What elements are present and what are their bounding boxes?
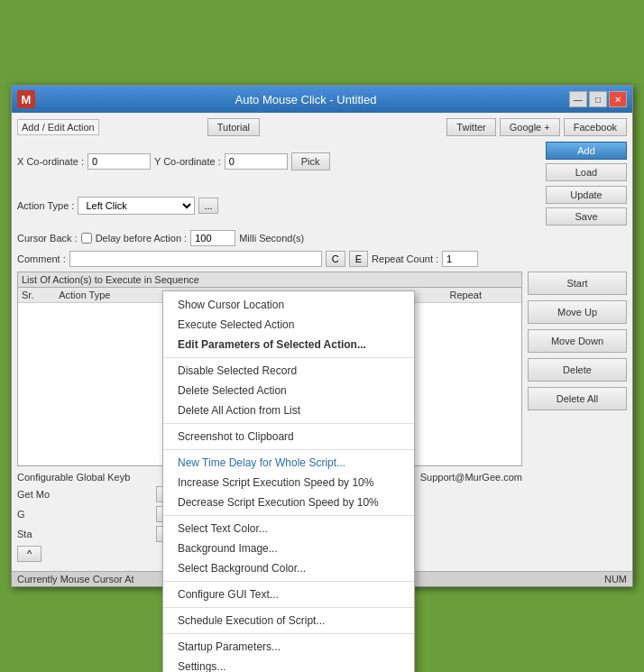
- menu-separator: [163, 449, 414, 450]
- delay-label: Delay before Action :: [96, 233, 188, 244]
- status-left: Currently Mouse Cursor At: [17, 574, 134, 585]
- delete-button[interactable]: Delete: [528, 358, 627, 382]
- window-title: Auto Mouse Click - Untitled: [42, 93, 569, 106]
- tutorial-button[interactable]: Tutorial: [207, 118, 260, 136]
- google-button[interactable]: Google +: [500, 118, 560, 136]
- move-down-button[interactable]: Move Down: [528, 329, 627, 353]
- status-right: NUM: [604, 574, 627, 585]
- window-controls: — □ ✕: [569, 91, 627, 107]
- context-menu-item[interactable]: Select Text Color...: [163, 519, 414, 539]
- context-menu-item[interactable]: Show Cursor Location: [163, 295, 414, 315]
- context-menu-item[interactable]: Startup Parameters...: [163, 637, 414, 657]
- close-button[interactable]: ✕: [609, 91, 627, 107]
- maximize-button[interactable]: □: [589, 91, 607, 107]
- context-menu-item[interactable]: Disable Selected Record: [163, 361, 414, 381]
- action-type-row: Action Type : Left Click Right Click Dou…: [17, 186, 627, 226]
- minimize-button[interactable]: —: [569, 91, 587, 107]
- context-menu-item[interactable]: Background Image...: [163, 539, 414, 558]
- titlebar: M Auto Mouse Click - Untitled — □ ✕: [12, 86, 632, 113]
- y-coord-label: Y Co-ordinate :: [154, 156, 221, 167]
- menu-separator: [163, 357, 414, 358]
- main-area: List Of Action(s) to Execute in Sequence…: [17, 272, 627, 562]
- menu-separator: [163, 515, 414, 516]
- cursor-back-label: Cursor Back :: [17, 233, 78, 244]
- list-header: List Of Action(s) to Execute in Sequence: [18, 272, 521, 288]
- col-repeat: Repeat: [446, 288, 521, 303]
- x-coord-label: X Co-ordinate :: [17, 156, 84, 167]
- coordinate-row: X Co-ordinate : Y Co-ordinate : Pick Add…: [17, 142, 627, 181]
- context-menu-item[interactable]: Delete Selected Action: [163, 381, 414, 400]
- load-button[interactable]: Load: [546, 163, 627, 181]
- top-bar: Add / Edit Action Tutorial Twitter Googl…: [17, 118, 627, 136]
- repeat-count-input[interactable]: [442, 251, 478, 267]
- x-coord-input[interactable]: [87, 153, 151, 170]
- add-edit-label: Add / Edit Action: [17, 119, 99, 135]
- config-row-3-label: Sta: [17, 529, 152, 539]
- comment-label: Comment :: [17, 253, 66, 264]
- add-button[interactable]: Add: [546, 142, 627, 160]
- context-menu-item[interactable]: Screenshot to Clipboard: [163, 427, 414, 446]
- move-up-button[interactable]: Move Up: [528, 300, 627, 324]
- menu-separator: [163, 423, 414, 424]
- left-panel: List Of Action(s) to Execute in Sequence…: [17, 272, 522, 562]
- config-label: Configurable Global Keyb: [17, 472, 130, 483]
- action-type-select[interactable]: Left Click Right Click Double Click: [78, 197, 195, 215]
- context-menu: Show Cursor LocationExecute Selected Act…: [162, 290, 415, 672]
- app-icon: M: [17, 90, 35, 108]
- main-content: Add / Edit Action Tutorial Twitter Googl…: [12, 113, 632, 567]
- context-menu-item[interactable]: Settings...: [163, 657, 414, 672]
- context-menu-item[interactable]: Edit Parameters of Selected Action...: [163, 335, 414, 354]
- action-type-label: Action Type :: [17, 200, 74, 211]
- list-section: List Of Action(s) to Execute in Sequence…: [17, 272, 522, 466]
- menu-separator: [163, 633, 414, 634]
- menu-separator: [163, 581, 414, 582]
- pick-button[interactable]: Pick: [291, 152, 330, 170]
- comment-input[interactable]: [69, 251, 322, 267]
- up-button[interactable]: ^: [17, 546, 41, 562]
- c-button[interactable]: C: [326, 251, 345, 267]
- context-menu-item[interactable]: Delete All Action from List: [163, 400, 414, 420]
- y-coord-input[interactable]: [225, 153, 288, 170]
- facebook-button[interactable]: Facebook: [564, 118, 627, 136]
- right-panel: Start Move Up Move Down Delete Delete Al…: [528, 272, 627, 562]
- context-menu-item[interactable]: New Time Delay for Whole Script...: [163, 453, 414, 473]
- cursor-back-row: Cursor Back : Delay before Action : Mill…: [17, 230, 627, 246]
- col-action-type: Action Type: [55, 288, 168, 303]
- config-row-1-label: Get Mo: [17, 489, 152, 500]
- comment-row: Comment : C E Repeat Count :: [17, 251, 627, 267]
- update-button[interactable]: Update: [546, 186, 627, 204]
- three-dot-button[interactable]: ...: [198, 198, 217, 214]
- main-window: M Auto Mouse Click - Untitled — □ ✕ Add …: [11, 85, 633, 587]
- context-menu-item[interactable]: Configure GUI Text...: [163, 585, 414, 604]
- context-menu-item[interactable]: Schedule Execution of Script...: [163, 611, 414, 631]
- save-button[interactable]: Save: [546, 207, 627, 226]
- delete-all-button[interactable]: Delete All: [528, 387, 627, 410]
- delay-input[interactable]: [190, 230, 235, 246]
- cursor-back-checkbox[interactable]: [81, 233, 92, 244]
- context-menu-item[interactable]: Execute Selected Action: [163, 315, 414, 335]
- col-sr: Sr.: [18, 288, 55, 303]
- menu-separator: [163, 607, 414, 608]
- context-menu-item[interactable]: Increase Script Execution Speed by 10%: [163, 473, 414, 492]
- e-button[interactable]: E: [349, 251, 368, 267]
- twitter-button[interactable]: Twitter: [446, 118, 495, 136]
- context-menu-item[interactable]: Select Background Color...: [163, 558, 414, 578]
- repeat-count-label: Repeat Count :: [372, 253, 438, 264]
- delay-unit: Milli Second(s): [239, 233, 304, 244]
- context-menu-item[interactable]: Decrease Script Execution Speed by 10%: [163, 492, 414, 512]
- social-buttons: Twitter Google + Facebook: [446, 118, 627, 136]
- support-email: Support@MurGee.com: [420, 472, 522, 483]
- start-button[interactable]: Start: [528, 272, 627, 295]
- config-row-2-label: G: [17, 509, 152, 520]
